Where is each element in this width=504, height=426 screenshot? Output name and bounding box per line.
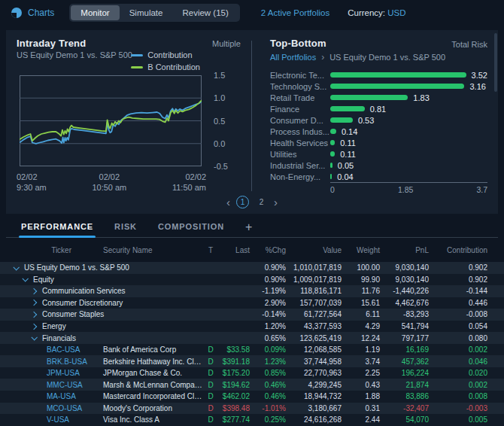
y-axis-label: Multiple xyxy=(212,39,241,48)
risk-bar-row[interactable]: Industrial Ser...0.05 xyxy=(270,160,487,171)
chevron-right-icon[interactable] xyxy=(31,312,37,318)
table-row[interactable]: JPM-USAJPMorgan Chase & Co.D$175.200.85%… xyxy=(0,367,504,379)
pagination-page-1[interactable]: 1 xyxy=(236,196,249,208)
mode-tab-simulate[interactable]: Simulate xyxy=(120,5,173,20)
column-header-last[interactable]: Last xyxy=(218,246,250,254)
pagination-page-2[interactable]: 2 xyxy=(255,196,268,208)
table-row[interactable]: MMC-USAMarsh & McLennan Companie...D$194… xyxy=(0,379,504,391)
trend-plot[interactable] xyxy=(20,75,202,166)
value-cell: 123,625,419 xyxy=(286,334,342,342)
column-header-contribution[interactable]: Contribution xyxy=(429,246,487,254)
mode-tab-review-15-[interactable]: Review (15) xyxy=(172,5,238,20)
table-row[interactable]: BAC-USABank of America CorpD$33.580.09%1… xyxy=(0,344,504,356)
chevron-down-icon[interactable] xyxy=(31,334,37,340)
table-row[interactable]: MCO-USAMoody's CorporationD$398.48-1.01%… xyxy=(0,403,504,415)
legend-label: Contribution xyxy=(147,50,192,59)
weight-cell: 2.44 xyxy=(342,415,380,424)
ticker-cell[interactable]: MCO-USA xyxy=(0,404,98,412)
column-header--chg[interactable]: %Chg xyxy=(250,246,286,254)
chevron-right-icon[interactable] xyxy=(31,300,37,306)
risk-bar-row[interactable]: Electronic Te...3.52 xyxy=(270,69,487,81)
value-cell: 118,816,171 xyxy=(286,287,342,295)
ticker-cell[interactable]: MMC-USA xyxy=(0,381,98,389)
column-header-ticker[interactable]: Ticker xyxy=(0,246,98,254)
risk-bar-row[interactable]: Finance0.81 xyxy=(270,103,487,114)
pagination-prev-icon[interactable]: ‹ xyxy=(226,196,230,208)
pnl-cell: 16,169 xyxy=(380,345,429,354)
group-name-cell: Financials xyxy=(0,334,203,342)
ticker-cell[interactable]: BAC-USA xyxy=(0,345,98,354)
pagination-next-icon[interactable]: › xyxy=(274,196,278,208)
panel-scrollbar[interactable] xyxy=(494,33,497,92)
add-tab-button[interactable]: + xyxy=(245,221,252,237)
ticker-cell[interactable]: MA-USA xyxy=(0,392,98,400)
currency-label: Currency: xyxy=(348,8,385,17)
risk-bar-row[interactable]: Utilities0.11 xyxy=(270,148,487,160)
pnl-cell: 83,886 xyxy=(380,392,429,400)
column-header-pnl[interactable]: PnL xyxy=(380,246,429,254)
chevron-down-icon[interactable] xyxy=(13,264,19,270)
table-row-group[interactable]: Consumer Staples-0.14%61,727,5646.11-83,… xyxy=(0,309,504,321)
table-row[interactable]: V-USAVisa Inc. Class AD$277.740.25%24,61… xyxy=(0,414,504,426)
currency-value[interactable]: USD xyxy=(387,8,405,17)
tab-performance[interactable]: PERFORMANCE xyxy=(21,222,93,237)
charts-label: Charts xyxy=(28,8,54,18)
risk-bar-category: Non-Energy... xyxy=(270,172,330,181)
breadcrumb-all-portfolios[interactable]: All Portfolios xyxy=(270,53,316,62)
last-cell: $391.18 xyxy=(218,358,250,366)
weight-cell: 1.88 xyxy=(342,392,380,400)
weight-cell: 100.00 xyxy=(342,263,380,272)
chevron-down-icon[interactable] xyxy=(22,275,28,281)
table-row[interactable]: MA-USAMastercard Incorporated Clas...D$4… xyxy=(0,391,504,403)
pnl-cell: 9,030,140 xyxy=(380,263,429,272)
table-row[interactable]: BRK.B-USABerkshire Hathaway Inc. Clas...… xyxy=(0,355,504,367)
column-header-security-name[interactable]: Security Name xyxy=(98,246,203,254)
mode-tab-monitor[interactable]: Monitor xyxy=(71,5,119,20)
chevron-right-icon[interactable] xyxy=(31,323,37,329)
ticker-cell[interactable]: JPM-USA xyxy=(0,369,98,377)
table-row-group[interactable]: US Equity Demo 1 vs. S&P 5000.90%1,010,0… xyxy=(0,262,504,274)
ticker-cell[interactable]: V-USA xyxy=(0,415,98,424)
pct-change-cell: 0.90% xyxy=(250,263,286,272)
pnl-cell: 541,794 xyxy=(380,322,429,330)
pct-change-cell: 0.09% xyxy=(250,345,286,354)
table-row-group[interactable]: Communication Services-1.19%118,816,1711… xyxy=(0,285,504,297)
charts-brand[interactable]: Charts xyxy=(11,7,54,19)
column-header-value[interactable]: Value xyxy=(286,246,342,254)
risk-bar-zone: 0.53 xyxy=(330,116,487,125)
active-portfolios-link[interactable]: 2 Active Portfolios xyxy=(261,8,329,17)
bottom-tab-bar: PERFORMANCERISKCOMPOSITION+ xyxy=(6,220,498,238)
risk-bar-row[interactable]: Technology S...3.16 xyxy=(270,81,487,92)
risk-bar-row[interactable]: Retail Trade1.83 xyxy=(270,92,487,103)
weight-cell: 11.76 xyxy=(342,287,380,295)
risk-bar-value: 1.83 xyxy=(413,93,429,102)
last-cell: $277.74 xyxy=(218,415,250,424)
risk-bar-row[interactable]: Consumer D...0.53 xyxy=(270,114,487,126)
total-risk-label: Total Risk xyxy=(451,40,487,49)
table-row-group[interactable]: Financials0.65%123,625,41912.24797,1770.… xyxy=(0,332,504,344)
table-row-group[interactable]: Energy1.20%43,377,5934.29541,7940.054 xyxy=(0,321,504,333)
value-cell: 61,727,564 xyxy=(286,310,342,318)
risk-axis-tick: 0 xyxy=(330,185,335,194)
ticker-cell[interactable]: BRK.B-USA xyxy=(0,358,98,366)
contribution-cell: -0.003 xyxy=(429,404,487,412)
value-cell: 12,068,585 xyxy=(286,345,342,354)
pct-change-cell: 0.85% xyxy=(250,369,286,377)
tab-risk[interactable]: RISK xyxy=(114,222,137,237)
pnl-cell: 4,462,676 xyxy=(380,299,429,307)
app-window: Charts MonitorSimulateReview (15) 2 Acti… xyxy=(0,0,504,426)
risk-bar-row[interactable]: Non-Energy...0.04 xyxy=(270,171,487,182)
contribution-cell: 0.046 xyxy=(429,358,487,366)
column-header-weight[interactable]: Weight xyxy=(342,246,380,254)
risk-bar xyxy=(330,72,466,78)
risk-bar-row[interactable]: Health Services0.11 xyxy=(270,137,487,148)
tab-composition[interactable]: COMPOSITION xyxy=(158,222,224,237)
column-header-t[interactable]: T xyxy=(203,246,218,254)
chevron-right-icon[interactable] xyxy=(31,288,37,294)
table-row-group[interactable]: Equity0.90%1,009,017,81999.909,030,1400.… xyxy=(0,274,504,286)
group-name-cell: Consumer Staples xyxy=(0,310,203,318)
pct-change-cell: -0.14% xyxy=(250,310,286,318)
risk-bar-chart: Electronic Te...3.52Technology S...3.16R… xyxy=(270,69,487,182)
table-row-group[interactable]: Consumer Discretionary2.90%157,707,03915… xyxy=(0,297,504,309)
risk-bar-row[interactable]: Process Indus...0.14 xyxy=(270,126,487,137)
